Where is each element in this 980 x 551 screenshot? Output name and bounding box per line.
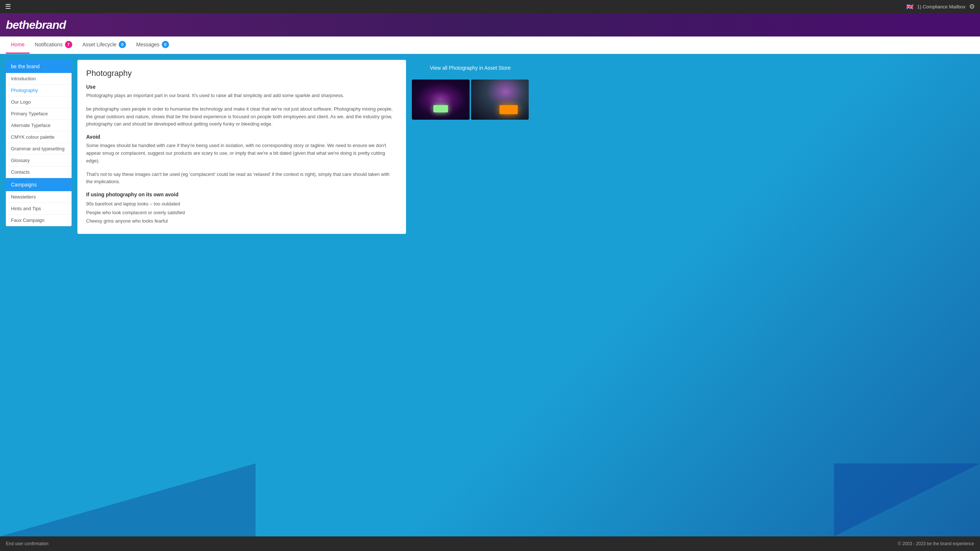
tab-asset-lifecycle-label: Asset Lifecycle — [83, 41, 116, 48]
use-text-1: Photography plays an important part in o… — [86, 92, 397, 100]
avoid-item-3: Cheesy grins anyone who looks fearful — [86, 217, 397, 225]
footer-right: © 2003 - 2023 be the brand experience — [898, 541, 974, 546]
sidebar-item-alternate-typeface[interactable]: Alternate Typeface — [6, 120, 72, 131]
compliance-text[interactable]: 1) Compliance Mailbox — [917, 4, 966, 10]
view-all-photography-button[interactable]: View all Photography in Asset Store — [412, 60, 529, 76]
brand-header: bethebrand — [0, 13, 980, 37]
tab-notifications[interactable]: Notifications 7 — [30, 37, 77, 54]
sidebar-section-brand: be the brand — [6, 60, 72, 73]
tab-home-label: Home — [11, 41, 24, 48]
flag-icon: 🇬🇧 — [906, 3, 913, 10]
photo-avoid-heading: If using photography on its own avoid — [86, 192, 397, 197]
sidebar-item-contacts[interactable]: Contacts — [6, 167, 72, 178]
sidebar-item-newsletters[interactable]: Newsletters — [6, 191, 72, 203]
avoid-text-2: That's not to say these images can't be … — [86, 171, 397, 186]
asset-lifecycle-badge: 0 — [119, 41, 126, 48]
tab-asset-lifecycle[interactable]: Asset Lifecycle 0 — [77, 37, 131, 54]
photo-thumb-1[interactable] — [412, 79, 469, 120]
avoid-item-2: People who look complacent or overly sat… — [86, 208, 397, 217]
sidebar-item-our-logo[interactable]: Our Logo — [6, 96, 72, 108]
tab-notifications-label: Notifications — [35, 41, 62, 48]
right-panel: View all Photography in Asset Store — [412, 60, 529, 234]
footer-left[interactable]: End user confirmation — [6, 541, 49, 546]
content-panel: Photography Use Photography plays an imp… — [77, 60, 406, 234]
use-text-2: be photography uses people in order to h… — [86, 105, 397, 128]
sidebar-item-cmyk[interactable]: CMYK colour palette — [6, 131, 72, 143]
sidebar-section-campaigns: Campaigns — [6, 178, 72, 191]
sidebar-item-hints-tips[interactable]: Hints and Tips — [6, 203, 72, 214]
sidebar-item-photography[interactable]: Photography — [6, 85, 72, 96]
sidebar: be the brand Introduction Photography Ou… — [6, 60, 72, 226]
sidebar-item-introduction[interactable]: Introduction — [6, 73, 72, 85]
avoid-item-1: 90s barefoot and laptop looks – too outd… — [86, 200, 397, 208]
footer: End user confirmation © 2003 - 2023 be t… — [0, 537, 980, 551]
sidebar-item-faux-campaign[interactable]: Faux Campaign — [6, 214, 72, 226]
gear-icon[interactable]: ⚙ — [969, 3, 975, 11]
page-title: Photography — [86, 68, 397, 78]
tab-nav: Home Notifications 7 Asset Lifecycle 0 M… — [0, 37, 980, 54]
sidebar-item-glossary[interactable]: Glossary — [6, 155, 72, 167]
avoid-heading: Avoid — [86, 134, 397, 140]
avoid-text-1: Some images should be handled with care … — [86, 142, 397, 165]
photo-thumb-2[interactable] — [471, 79, 529, 120]
hamburger-icon[interactable]: ☰ — [5, 3, 11, 11]
sidebar-item-primary-typeface[interactable]: Primary Typeface — [6, 108, 72, 120]
top-bar: ☰ 🇬🇧 1) Compliance Mailbox ⚙ — [0, 0, 980, 13]
tab-messages-label: Messages — [136, 41, 159, 48]
main-area: be the brand Introduction Photography Ou… — [0, 54, 980, 537]
photo-grid — [412, 79, 529, 120]
avoid-list: 90s barefoot and laptop looks – too outd… — [86, 200, 397, 225]
sidebar-item-grammar[interactable]: Grammar and typesetting — [6, 143, 72, 155]
use-heading: Use — [86, 84, 397, 90]
brand-logo: bethebrand — [6, 18, 66, 32]
content-wrapper: be the brand Introduction Photography Ou… — [6, 60, 974, 234]
messages-badge: 0 — [162, 41, 169, 48]
tab-messages[interactable]: Messages 0 — [131, 37, 174, 54]
tab-home[interactable]: Home — [6, 37, 30, 54]
notifications-badge: 7 — [65, 41, 72, 48]
